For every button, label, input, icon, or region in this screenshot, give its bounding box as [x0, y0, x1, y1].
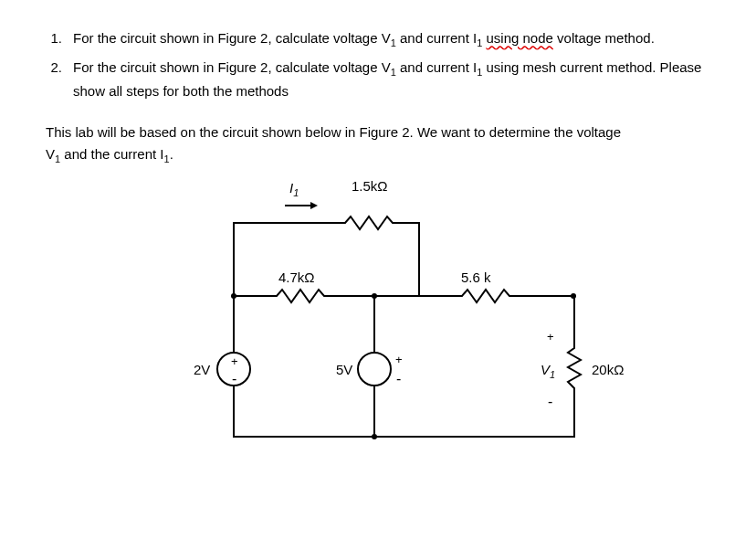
question-list: 1. For the circuit shown in Figure 2, ca…: [46, 27, 710, 101]
q1-pre: For the circuit shown in Figure 2, calcu…: [73, 30, 391, 46]
src-5v-minus: -: [396, 371, 401, 387]
wire-left-to-src-top: [233, 295, 235, 352]
src-5v-plus: +: [395, 353, 403, 366]
v1-plus: +: [547, 330, 554, 343]
q2-mid1: and current I: [396, 59, 477, 75]
src-2v-plus: +: [231, 354, 238, 368]
wire-mid-stub-upper: [418, 222, 420, 297]
resistor-5p6k: [455, 288, 519, 304]
v1-text: V: [541, 362, 550, 377]
wire-mid-l1: [233, 295, 269, 297]
question-text: For the circuit shown in Figure 2, calcu…: [73, 27, 710, 51]
wire-left-stub: [233, 222, 235, 297]
q2-pre: For the circuit shown in Figure 2, calcu…: [73, 59, 391, 75]
intro-end: .: [170, 146, 173, 162]
v1-minus: -: [548, 394, 552, 410]
question-number: 2.: [46, 57, 73, 101]
r-20k-label: 20kΩ: [592, 362, 624, 377]
wire-mid-to-bottom: [373, 386, 375, 437]
v1-sub: 1: [550, 369, 555, 380]
intro-line1: This lab will be based on the circuit sh…: [46, 124, 621, 140]
wire-top-left: [233, 222, 338, 224]
wire-left-to-bottom: [233, 386, 235, 437]
wire-right-to-bottom: [573, 397, 575, 437]
r-4p7k-label: 4.7kΩ: [278, 270, 315, 285]
src-5v-label: 5V: [336, 362, 352, 377]
circuit-figure: I1 1.5kΩ 4.7kΩ 5.6 k + - 2V + - 5V 20kΩ …: [146, 195, 657, 450]
resistor-1p5k: [338, 215, 402, 231]
r-1p5k-label: 1.5kΩ: [352, 178, 388, 194]
question-text: For the circuit shown in Figure 2, calcu…: [73, 57, 710, 101]
q1-post: voltage method.: [553, 30, 655, 46]
svg-marker-1: [310, 202, 318, 209]
wire-mid-to-src-top: [373, 295, 375, 352]
intro-i1-a: and the current I: [60, 146, 163, 162]
i1-sub: 1: [293, 187, 299, 198]
v1-label: V1: [541, 362, 555, 380]
wire-right-to-r-top: [573, 295, 575, 343]
wire-top-right: [402, 222, 420, 224]
q1-mid1: and current I: [396, 30, 477, 46]
q1-underlined: using node: [486, 30, 552, 46]
resistor-20k: [566, 343, 583, 400]
wire-bottom: [233, 436, 575, 438]
question-number: 1.: [46, 27, 73, 51]
r-5p6k-label: 5.6 k: [461, 270, 491, 285]
wire-mid-r2: [519, 295, 575, 297]
src-2v-minus: -: [232, 371, 236, 387]
question-2: 2. For the circuit shown in Figure 2, ca…: [46, 57, 710, 101]
intro-paragraph: This lab will be based on the circuit sh…: [46, 122, 710, 166]
src-2v-label: 2V: [194, 362, 210, 377]
resistor-4p7k: [269, 288, 333, 304]
intro-v1-a: V: [46, 146, 55, 162]
i1-arrow: [283, 198, 320, 214]
wire-mid-r1: [418, 295, 455, 297]
i1-label: I1: [289, 180, 299, 198]
question-1: 1. For the circuit shown in Figure 2, ca…: [46, 27, 710, 51]
source-5v: [357, 352, 392, 386]
